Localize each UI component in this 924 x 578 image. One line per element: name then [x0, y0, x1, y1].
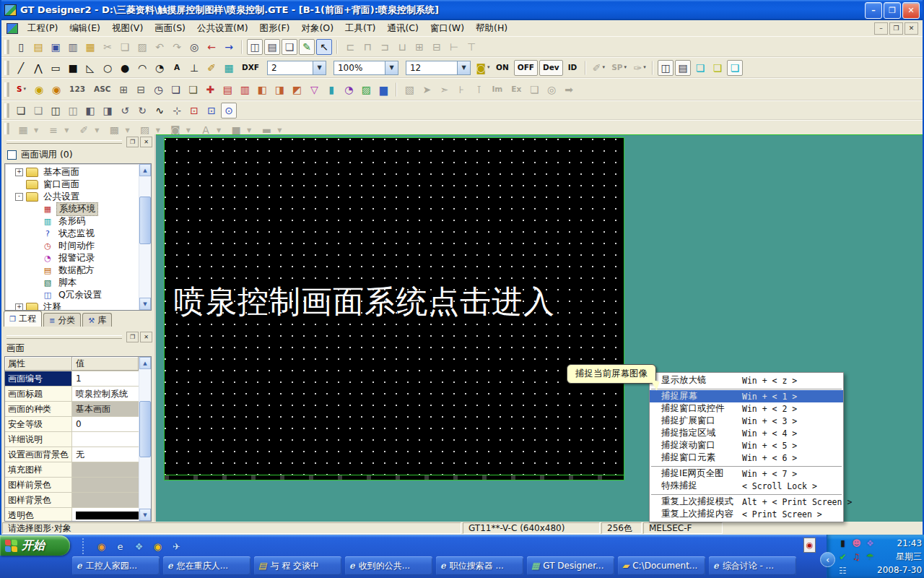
draw-tool-button[interactable]: ●▾ — [117, 60, 133, 76]
object-tool-button[interactable]: ▧▾ — [401, 82, 417, 98]
toolbar-button[interactable]: ⊓▾ — [359, 39, 375, 55]
object-tool-button[interactable]: ⊺▾ — [471, 82, 487, 98]
task-button[interactable]: e 工控人家园... — [72, 556, 160, 575]
tray-icon[interactable]: ☂ — [863, 550, 877, 564]
toolbar-button[interactable]: ◙▾ — [475, 60, 491, 76]
toolbar-button[interactable]: SP▾ — [608, 60, 630, 76]
toolbar-grip[interactable] — [4, 103, 9, 118]
tray-clock[interactable]: 21:43 星期三 2008-7-30 — [877, 535, 924, 578]
quick-launch-icon[interactable]: e — [113, 540, 127, 553]
menu-item[interactable]: 视图(V) — [106, 21, 149, 36]
property-value[interactable] — [72, 493, 139, 507]
screen-call-checkbox[interactable] — [7, 150, 17, 160]
edit-tool-button[interactable]: ∿▾ — [152, 103, 167, 118]
property-value[interactable]: 无 — [72, 447, 139, 462]
task-button[interactable]: e 职位搜索器 ... — [436, 556, 523, 575]
scroll-thumb[interactable] — [139, 197, 151, 244]
toolbar-button[interactable]: ❏▾ — [692, 60, 708, 76]
toolbar-button[interactable]: ▣▾ — [48, 39, 64, 55]
toolbar-button[interactable]: ⊟▾ — [429, 39, 445, 55]
context-menu-item[interactable]: 捕捉IE网页全图 Win + < 7 > — [650, 467, 843, 480]
draw-tool-button[interactable]: ╱▾ — [13, 60, 29, 76]
tree-item[interactable]: ▤ 数据配方 — [5, 264, 139, 277]
object-tool-button[interactable]: ➤▾ — [419, 82, 435, 98]
menu-item[interactable]: 工程(P) — [22, 21, 64, 36]
object-tool-button[interactable]: ▥▾ — [237, 82, 253, 98]
toolbar-button[interactable]: ⊔▾ — [394, 39, 410, 55]
edit-tool-button[interactable]: ❏▾ — [13, 103, 29, 118]
object-tool-button[interactable]: ◎▾ — [544, 82, 559, 98]
toolbar-button[interactable]: ▾ — [585, 61, 586, 75]
draw-tool-button[interactable]: ■▾ — [65, 60, 81, 76]
combo-dropdown-icon[interactable]: ▼ — [457, 61, 470, 74]
object-tool-button[interactable]: ▤▾ — [219, 82, 235, 98]
tree-item[interactable]: + 基本画面 — [5, 166, 139, 178]
edit-tool-button[interactable]: ◧▾ — [82, 103, 98, 118]
toolbar-button[interactable]: ▤▾ — [264, 39, 280, 55]
object-tool-button[interactable]: ◉▾ — [48, 82, 64, 98]
object-tool-button[interactable]: ASC▾ — [90, 82, 114, 98]
edit-tool-button[interactable]: ⊡▾ — [204, 103, 219, 118]
tree-item[interactable]: ◷ 时间动作 — [5, 240, 139, 252]
mdi-minimize-button[interactable]: – — [874, 22, 888, 35]
tree-item[interactable]: ▧ 脚本 — [5, 277, 139, 289]
object-tool-button[interactable]: ◷▾ — [150, 82, 166, 98]
tree-item[interactable]: ◔ 报警记录 — [5, 252, 139, 264]
toolbar-button[interactable]: →▾ — [221, 39, 237, 55]
toolbar-button[interactable]: ▤▾ — [675, 60, 691, 76]
property-row[interactable]: 设置画面背景色 无 — [5, 447, 139, 462]
property-row[interactable]: 详细说明 — [5, 432, 139, 447]
toolbar-button[interactable]: ▥▾ — [65, 39, 81, 55]
object-tool-button[interactable]: ◉▾ — [31, 82, 47, 98]
property-value[interactable] — [72, 432, 139, 447]
property-row[interactable]: 画面编号 1 — [5, 371, 139, 387]
context-menu-item[interactable]: 捕捉指定区域 Win + < 4 > — [650, 427, 843, 439]
edit-tool-button[interactable]: ⊹▾ — [169, 103, 185, 118]
tree-item[interactable]: ? 状态监视 — [5, 228, 139, 240]
toolbar-button[interactable]: ◫▾ — [247, 39, 263, 55]
project-tab[interactable]: ⚒ 库 — [82, 313, 112, 327]
scroll-down-icon[interactable]: ▼ — [139, 509, 151, 521]
toolbar-button[interactable]: ◎▾ — [186, 39, 202, 55]
toolbar-button[interactable]: ID▾ — [565, 60, 581, 76]
panel-float-button[interactable]: ❐ — [126, 332, 139, 342]
mdi-restore-button[interactable]: ❐ — [889, 22, 903, 35]
zoom-combo[interactable]: 100% ▼ — [334, 61, 398, 75]
menu-item[interactable]: 通讯(C) — [381, 21, 424, 36]
quick-launch-icon[interactable]: ✈ — [170, 540, 183, 553]
toolbar-button[interactable]: ❏▾ — [727, 60, 743, 76]
property-value[interactable]: 1 — [72, 371, 139, 386]
toolbar-button[interactable]: ❏▾ — [282, 39, 297, 55]
draw-tool-button[interactable]: ○▾ — [100, 60, 116, 76]
combo-dropdown-icon[interactable]: ▼ — [385, 61, 398, 74]
toolbar-button[interactable]: OFF▾ — [514, 60, 538, 76]
object-tool-button[interactable]: ▆▾ — [375, 82, 391, 98]
context-menu-item[interactable]: 特殊捕捉 < Scroll Lock > — [650, 480, 843, 492]
toolbar-button[interactable]: ⊤▾ — [463, 39, 479, 55]
scroll-down-icon[interactable]: ▼ — [139, 298, 151, 310]
toolbar-button[interactable]: ◫▾ — [658, 60, 674, 76]
toolbar-button[interactable]: ✐▾ — [590, 60, 606, 76]
property-value[interactable]: 基本画面 — [72, 402, 139, 416]
object-tool-button[interactable]: ▨▾ — [358, 82, 374, 98]
font-size-combo[interactable]: 12 ▼ — [406, 61, 471, 75]
task-button[interactable]: ▦ GT Designer... — [527, 556, 614, 575]
task-button[interactable]: ▤ 与 程 交谈中 — [254, 556, 341, 575]
tray-icon[interactable]: ❖ — [863, 536, 877, 550]
menu-item[interactable]: 窗口(W) — [424, 21, 470, 36]
task-button[interactable]: e 收到的公共... — [345, 556, 432, 575]
property-scrollbar[interactable]: ▲ ▼ — [139, 357, 151, 521]
property-value[interactable] — [72, 462, 139, 477]
draw-tool-button[interactable]: ⊥▾ — [186, 60, 202, 76]
toolbar-button[interactable]: ▦▾ — [82, 39, 98, 55]
edit-tool-button[interactable]: ↻▾ — [134, 103, 150, 118]
object-tool-button[interactable]: Ex▾ — [507, 82, 525, 98]
object-tool-button[interactable]: ◨▾ — [271, 82, 287, 98]
toolbar-button[interactable]: ▯▾ — [13, 39, 29, 55]
object-tool-button[interactable]: ➣▾ — [436, 82, 452, 98]
object-tool-button[interactable]: ⊟▾ — [133, 82, 149, 98]
menu-item[interactable]: 画面(S) — [149, 21, 191, 36]
quick-launch-icon[interactable]: ❖ — [132, 540, 146, 553]
menu-item[interactable]: 帮助(H) — [470, 21, 513, 36]
task-button[interactable]: e 您在重庆人... — [163, 556, 250, 575]
